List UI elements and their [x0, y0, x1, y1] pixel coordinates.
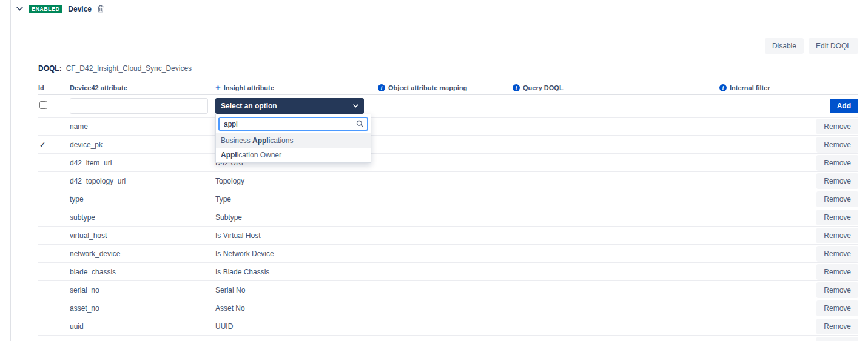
- insight-attribute-cell: Subtype: [215, 213, 378, 222]
- table-row: Remove: [38, 336, 858, 341]
- option-text: ications: [269, 136, 294, 145]
- insight-attribute-cell: UUID: [215, 322, 378, 331]
- remove-button[interactable]: Remove: [816, 191, 858, 207]
- table-body: name Remove ✓ device_pk Remove d42_item_…: [38, 118, 858, 341]
- remove-button[interactable]: Remove: [816, 210, 858, 225]
- remove-button[interactable]: Remove: [816, 155, 858, 171]
- option-text: ication Owner: [237, 151, 281, 159]
- device42-attribute-value: type: [70, 195, 84, 204]
- table-row: d42_topology_url Topology Remove: [38, 172, 858, 190]
- panel-title: Device: [68, 5, 92, 13]
- device42-attribute-value: serial_no: [70, 286, 99, 294]
- device42-attribute-value: network_device: [70, 250, 120, 258]
- remove-button[interactable]: Remove: [816, 119, 858, 134]
- device42-attribute-value: d42_topology_url: [70, 177, 126, 185]
- table-row: blade_chassis Is Blade Chassis Remove: [38, 263, 858, 281]
- insight-attribute-value: Is Network Device: [215, 250, 274, 258]
- remove-button[interactable]: Remove: [816, 246, 858, 262]
- insight-attribute-cell: Type: [215, 195, 378, 204]
- edit-doql-button[interactable]: Edit DOQL: [809, 38, 858, 54]
- check-icon: ✓: [39, 141, 45, 149]
- remove-button[interactable]: Remove: [816, 319, 858, 334]
- remove-button[interactable]: Remove: [816, 137, 858, 153]
- device42-attribute-cell: subtype: [70, 213, 215, 222]
- remove-button[interactable]: Remove: [816, 337, 858, 341]
- device42-attribute-cell: d42_item_url: [70, 159, 215, 167]
- header-object-mapping-label: Object attribute mapping: [388, 84, 467, 91]
- device42-attribute-value: virtual_host: [70, 231, 107, 240]
- header-device42-attribute: Device42 attribute: [70, 84, 215, 91]
- row-select-checkbox[interactable]: [39, 101, 47, 109]
- device42-attribute-value: name: [70, 122, 88, 131]
- info-icon: i: [513, 84, 520, 91]
- panel-header: ENABLED Device: [11, 0, 868, 18]
- dropdown-options: Business Applications Application Owner: [216, 133, 371, 162]
- option-match-text: Appl: [221, 151, 237, 159]
- info-icon: i: [719, 84, 727, 91]
- select-value: Select an option: [221, 102, 277, 110]
- doql-line: DOQL:CF_D42_Insight_Cloud_Sync_Devices: [38, 64, 192, 73]
- table-row: network_device Is Network Device Remove: [38, 245, 858, 263]
- device42-attribute-cell: d42_topology_url: [70, 177, 215, 185]
- remove-button[interactable]: Remove: [816, 300, 858, 316]
- device42-attribute-value: uuid: [70, 322, 84, 331]
- remove-button[interactable]: Remove: [816, 228, 858, 243]
- insight-attribute-cell: Topology: [215, 177, 378, 185]
- option-match-text: Appl: [252, 136, 269, 145]
- plus-icon: +: [215, 85, 221, 91]
- table-row: d42_item_url D42 URL Remove: [38, 154, 858, 172]
- device42-attribute-cell: blade_chassis: [70, 268, 215, 276]
- dropdown-option[interactable]: Business Applications: [216, 133, 371, 148]
- remove-button[interactable]: Remove: [816, 264, 858, 280]
- header-insight-label: Insight attribute: [224, 84, 274, 91]
- table-row: ✓ device_pk Remove: [38, 136, 858, 154]
- insight-attribute-cell: Is Virtual Host: [215, 231, 378, 240]
- device42-attribute-value: device_pk: [70, 141, 103, 149]
- insight-attribute-value: Asset No: [215, 304, 245, 313]
- header-internal-filter-label: Internal filter: [730, 84, 770, 91]
- doql-value: CF_D42_Insight_Cloud_Sync_Devices: [66, 64, 192, 73]
- insight-attribute-value: Topology: [215, 177, 244, 185]
- dropdown-search-input[interactable]: [218, 117, 368, 131]
- dropdown-option[interactable]: Application Owner: [216, 148, 371, 162]
- device42-attribute-cell: serial_no: [70, 286, 215, 294]
- header-internal-filter: i Internal filter: [719, 84, 818, 91]
- device42-attribute-cell: network_device: [70, 250, 215, 258]
- dropdown-search: [218, 117, 368, 131]
- remove-button[interactable]: Remove: [816, 282, 858, 298]
- remove-button[interactable]: Remove: [816, 173, 858, 189]
- header-insight-attribute: + Insight attribute: [215, 84, 378, 91]
- status-badge: ENABLED: [29, 5, 62, 13]
- header-query-doql: i Query DOQL: [513, 84, 719, 91]
- table-row: asset_no Asset No Remove: [38, 299, 858, 317]
- insight-attribute-cell: Asset No: [215, 304, 378, 313]
- insight-attribute-value: Serial No: [215, 286, 245, 294]
- device42-attribute-cell: device_pk: [70, 141, 215, 149]
- table-row: subtype Subtype Remove: [38, 208, 858, 227]
- device42-attribute-cell: uuid: [70, 322, 215, 331]
- trash-icon[interactable]: [97, 5, 104, 13]
- panel-actions: Disable Edit DOQL: [765, 38, 858, 54]
- insight-attribute-value: UUID: [215, 322, 233, 331]
- device42-attribute-value: d42_item_url: [70, 159, 112, 167]
- insight-attribute-select[interactable]: Select an option: [215, 98, 364, 114]
- info-icon: i: [378, 84, 385, 91]
- add-button[interactable]: Add: [830, 99, 858, 113]
- insight-attribute-dropdown: Business Applications Application Owner: [215, 114, 371, 163]
- search-icon: [356, 120, 364, 128]
- insight-attribute-value: Type: [215, 195, 231, 204]
- option-text: Business: [221, 136, 252, 145]
- header-query-doql-label: Query DOQL: [523, 84, 564, 91]
- mapping-table: Id Device42 attribute + Insight attribut…: [38, 81, 858, 341]
- device42-attribute-cell: asset_no: [70, 304, 215, 313]
- chevron-down-icon: [353, 104, 358, 108]
- device42-attribute-cell: name: [70, 122, 215, 131]
- table-row: serial_no Serial No Remove: [38, 281, 858, 299]
- insight-attribute-value: Is Blade Chassis: [215, 268, 269, 276]
- insight-attribute-cell: Is Blade Chassis: [215, 268, 378, 276]
- device42-attribute-input[interactable]: [70, 98, 208, 114]
- insight-attribute-value: Subtype: [215, 213, 242, 222]
- collapse-chevron-icon[interactable]: [16, 7, 23, 11]
- disable-button[interactable]: Disable: [765, 38, 804, 54]
- device42-attribute-cell: type: [70, 195, 215, 204]
